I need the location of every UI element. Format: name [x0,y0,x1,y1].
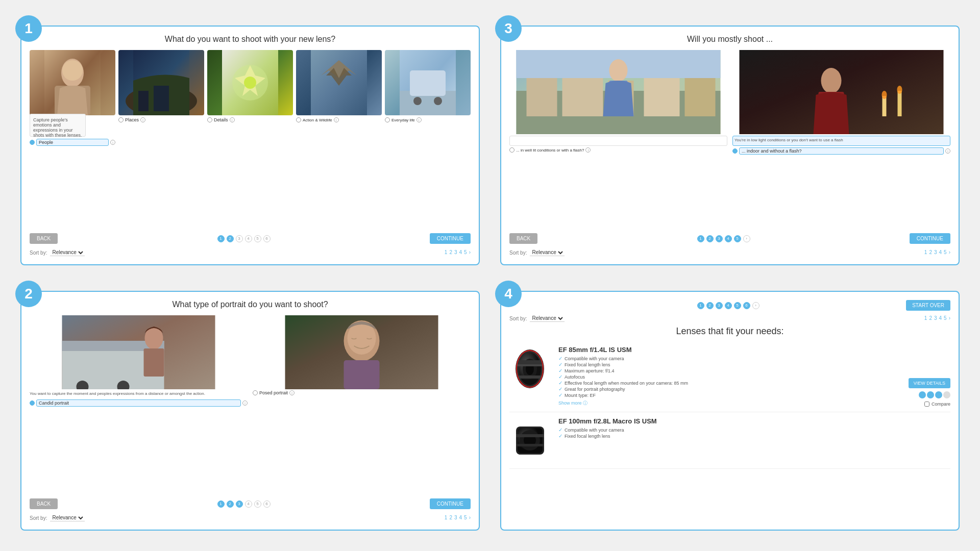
s2-dot-4[interactable]: 4 [245,500,252,508]
dot-2[interactable]: 2 [227,235,234,242]
people-info-icon[interactable]: i [110,140,115,145]
s4-page-3[interactable]: 3 [934,315,937,321]
option-everyday[interactable]: Everyday life i [385,50,471,146]
dot-1[interactable]: 1 [217,235,225,242]
page-next[interactable]: › [469,249,471,255]
lens1-compare-checkbox[interactable] [924,402,929,407]
step3-badge: 3 [495,15,522,42]
radio-welllit[interactable] [509,147,514,153]
s4-page-next[interactable]: › [949,315,950,321]
s4-dot-5[interactable]: 5 [734,302,741,309]
details-info-icon[interactable]: i [230,117,235,122]
radio-posed[interactable] [253,390,258,395]
s3-page-1[interactable]: 1 [924,249,927,255]
candid-info-icon[interactable]: i [242,400,248,406]
start-over-button[interactable]: START OVER [906,300,950,311]
page-2[interactable]: 2 [449,249,452,255]
check-icon-5: ✓ [558,380,562,386]
radio-indoor[interactable] [732,148,738,154]
step3-title: Will you mostly shoot ... [509,35,950,44]
dot-6[interactable]: 6 [263,235,271,242]
action-info-icon[interactable]: i [334,117,339,122]
sort-select-4[interactable]: Relevance [530,315,565,322]
s3-dot-2[interactable]: 2 [706,235,714,242]
radio-action[interactable] [296,117,301,122]
s3-dot-6[interactable]: › [743,235,750,242]
option-posed[interactable]: Posed portrait i [253,315,471,407]
s4-page-5[interactable]: 5 [944,315,947,321]
option-indoor[interactable]: You're in low light conditions or you do… [732,50,950,225]
s3-page-3[interactable]: 3 [934,249,937,255]
s4-dot-4[interactable]: 4 [725,302,732,309]
everyday-info-icon[interactable]: i [416,117,422,122]
dot-3[interactable]: 3 [236,235,243,242]
step2-back-button[interactable]: BACK [30,498,58,509]
step1-badge: 1 [15,15,42,42]
sort-select-3[interactable]: Relevance [530,249,565,256]
option-people[interactable]: Capture people's emotions and expression… [30,50,115,146]
lens1-view-details-button[interactable]: VIEW DETAILS [909,378,950,388]
page-4[interactable]: 4 [459,249,462,255]
option-candid[interactable]: You want to capture the moment and peopl… [30,315,248,407]
s3-dot-3[interactable]: 3 [716,235,723,242]
sort-select-1[interactable]: Relevance [50,249,85,256]
s3-dot-5[interactable]: 5 [734,235,741,242]
option-details[interactable]: Details i [207,50,293,146]
sort-select-2[interactable]: Relevance [50,514,85,521]
step1-back-button[interactable]: BACK [30,233,58,244]
welllit-info-icon[interactable]: i [585,147,591,153]
page-5[interactable]: 5 [464,249,467,255]
lens1-compare[interactable]: Compare [924,402,950,407]
s4-dot-1[interactable]: 1 [697,302,704,309]
step4-header: 1 2 3 4 5 6 › START OVER [509,300,950,311]
svg-point-33 [897,86,902,94]
radio-everyday[interactable] [385,117,390,122]
dot-5[interactable]: 5 [254,235,261,242]
dot-4[interactable]: 4 [245,235,252,242]
step1-continue-button[interactable]: CONTINUE [430,233,471,244]
indoor-info-icon[interactable]: i [945,148,950,154]
step3-continue-button[interactable]: CONTINUE [910,233,950,244]
lens1-feature-3: ✓ Maximum aperture: f/1.4 [558,368,900,373]
radio-details[interactable] [207,117,212,122]
page-3[interactable]: 3 [454,249,457,255]
option-action[interactable]: Action & Wildlife i [296,50,382,146]
step3-back-button[interactable]: BACK [509,233,537,244]
s2-dot-1[interactable]: 1 [217,500,225,508]
step2-continue-button[interactable]: CONTINUE [430,498,471,509]
s2-page-next[interactable]: › [469,515,471,520]
s2-dot-2[interactable]: 2 [227,500,234,508]
s2-dot-3[interactable]: 3 [236,500,243,508]
s4-page-4[interactable]: 4 [939,315,942,321]
lens1-feature-7: ✓ Mount type: EF [558,392,900,398]
s4-page-2[interactable]: 2 [929,315,932,321]
radio-people[interactable] [30,140,35,145]
s3-dot-1[interactable]: 1 [697,235,704,242]
rating-icon-1 [919,391,926,398]
s2-dot-5[interactable]: 5 [254,500,261,508]
s3-dot-4[interactable]: 4 [725,235,732,242]
s4-dot-more[interactable]: › [752,302,760,309]
s3-page-2[interactable]: 2 [929,249,932,255]
s4-dot-2[interactable]: 2 [706,302,714,309]
s2-page-3[interactable]: 3 [454,515,457,520]
radio-places[interactable] [118,117,124,122]
s4-dot-3[interactable]: 3 [716,302,723,309]
s2-page-1[interactable]: 1 [445,515,448,520]
s4-dot-6[interactable]: 6 [743,302,750,309]
s3-page-5[interactable]: 5 [944,249,947,255]
s2-dot-6[interactable]: 6 [263,500,271,508]
s4-page-1[interactable]: 1 [924,315,927,321]
posed-info-icon[interactable]: i [289,390,295,395]
lens1-show-more[interactable]: Show more ⓘ [558,400,900,407]
s2-page-2[interactable]: 2 [449,515,452,520]
places-info-icon[interactable]: i [140,117,145,122]
option-welllit[interactable]: ... in well lit conditions or with a fla… [509,50,727,225]
s3-page-next[interactable]: › [949,249,950,255]
page-1[interactable]: 1 [445,249,448,255]
option-places[interactable]: Places i [118,50,204,146]
radio-candid[interactable] [30,400,35,406]
s3-page-4[interactable]: 4 [939,249,942,255]
s2-page-4[interactable]: 4 [459,515,462,520]
s2-page-5[interactable]: 5 [464,515,467,520]
